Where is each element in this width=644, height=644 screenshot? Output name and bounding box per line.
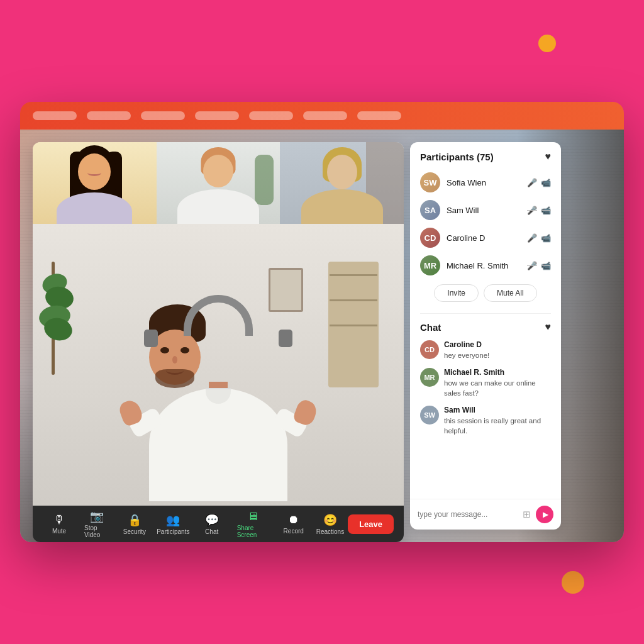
toolbar-stop-video[interactable]: 📷 Stop Video [78,506,116,542]
cam-icon-sam: 📹 [541,206,551,215]
mute-all-button[interactable]: Mute All [484,284,537,302]
stop-video-label: Stop Video [84,525,109,538]
chat-text-sam: this session is really great and helpful… [444,416,551,436]
chat-content-sam: Sam Will this session is really great an… [444,406,551,436]
chat-avatar-michael: MR [420,368,439,387]
participant-action-buttons: Invite Mute All [420,284,551,302]
decoration-circle-bottom [562,571,584,594]
participant-row-sam: SA Sam Will 🎤 📹 [420,196,551,224]
app-window: 🎙 Mute 📷 Stop Video 🔒 Security 👥 [20,102,624,542]
decoration-circle-top [538,35,556,52]
participants-section: Participants (75) ♥ SW Sofia Wien 🎤 📹 [410,142,561,313]
toolbar-security[interactable]: 🔒 Security [118,509,151,539]
mic-icon-caroline: 🎤 [527,233,537,243]
titlebar-pill-4 [195,111,239,120]
main-content: 🎙 Mute 📷 Stop Video 🔒 Security 👥 [20,130,624,542]
participant-icons-sam: 🎤 📹 [527,206,551,215]
chat-header: Chat ♥ [410,314,561,338]
toolbar-chat[interactable]: 💬 Chat [196,509,228,539]
invite-button[interactable]: Invite [434,284,479,302]
thumbnail-2 [157,142,280,224]
chat-sender-caroline: Caroline D [444,340,489,349]
thumbnail-1 [33,142,157,224]
cam-icon-caroline: 📹 [541,233,551,243]
participant-row-caroline: CD Caroline D 🎤 📹 [420,224,551,252]
participants-dropdown-icon[interactable]: ♥ [545,151,552,162]
video-area: 🎙 Mute 📷 Stop Video 🔒 Security 👥 [20,130,624,542]
mic-icon-sam: 🎤 [527,206,537,215]
title-bar [20,102,624,130]
share-screen-label: Share Screen [237,525,269,538]
toolbar: 🎙 Mute 📷 Stop Video 🔒 Security 👥 [33,506,404,542]
titlebar-pill-2 [87,111,131,120]
participant-row-michael: MR Michael R. Smith 🎤 📹 [420,252,551,279]
chat-messages: CD Caroline D hey everyone! MR Michael R… [410,338,561,499]
chat-message-caroline: CD Caroline D hey everyone! [420,340,551,360]
send-icon: ▶ [543,510,548,519]
chat-input-area: ⊞ ▶ [410,499,561,530]
chat-sender-michael: Michael R. Smith [444,368,551,377]
thumbnail-3 [280,142,404,224]
sidebar: Participants (75) ♥ SW Sofia Wien 🎤 📹 [410,142,561,530]
video-panel: 🎙 Mute 📷 Stop Video 🔒 Security 👥 [33,142,404,542]
toolbar-reactions[interactable]: 😊 Reactions [313,509,348,539]
cam-icon-sofia: 📹 [541,178,551,187]
participants-icon: 👥 [166,513,180,527]
participant-name-sofia: Sofia Wien [447,178,521,187]
reactions-label: Reactions [316,528,344,535]
mute-icon: 🎙 [53,513,65,526]
attachment-icon[interactable]: ⊞ [523,509,531,520]
avatar-sam: SA [420,200,440,220]
toolbar-share-screen[interactable]: 🖥 Share Screen [231,506,275,542]
avatar-michael: MR [420,255,440,275]
chat-input[interactable] [418,510,518,519]
cam-icon-michael: 📹 [541,261,551,270]
toolbar-participants[interactable]: 👥 Participants [153,509,193,539]
chat-title: Chat [420,322,441,333]
titlebar-pill-1 [33,111,77,120]
titlebar-pill-6 [303,111,347,120]
participant-icons-caroline: 🎤 📹 [527,233,551,243]
reactions-icon: 😊 [323,513,337,527]
chat-dropdown-icon[interactable]: ♥ [545,321,552,333]
participant-row-sofia: SW Sofia Wien 🎤 📹 [420,169,551,196]
security-label: Security [123,528,146,535]
chat-avatar-sam: SW [420,406,439,425]
avatar-sofia: SW [420,172,440,192]
chat-avatar-caroline: CD [420,340,439,359]
toolbar-mute[interactable]: 🎙 Mute [43,509,75,538]
toolbar-record[interactable]: ⏺ Record [277,509,310,538]
participant-icons-michael: 🎤 📹 [527,261,551,270]
participants-title: Participants (75) [420,152,494,162]
mic-icon-sofia: 🎤 [527,178,537,187]
chat-label: Chat [205,528,218,535]
participant-name-sam: Sam Will [447,206,521,215]
avatar-caroline: CD [420,228,440,248]
participants-header: Participants (75) ♥ [420,151,551,162]
video-icon: 📷 [90,509,104,523]
leave-button[interactable]: Leave [348,514,394,534]
chat-text-caroline: hey everyone! [444,350,489,360]
security-icon: 🔒 [128,513,142,527]
chat-sender-sam: Sam Will [444,406,551,414]
participants-label: Participants [157,528,189,535]
chat-text-michael: how we can make our online sales fast? [444,378,551,398]
participant-icons-sofia: 🎤 📹 [527,178,551,187]
main-video [33,224,404,506]
titlebar-pill-3 [141,111,185,120]
thumbnail-row [33,142,404,224]
record-icon: ⏺ [288,513,299,526]
chat-icon: 💬 [205,513,219,527]
mute-label: Mute [52,528,66,535]
titlebar-pill-5 [249,111,293,120]
toolbar-items: 🎙 Mute 📷 Stop Video 🔒 Security 👥 [43,506,348,542]
participant-name-caroline: Caroline D [447,233,521,243]
titlebar-pill-7 [357,111,401,120]
participant-name-michael: Michael R. Smith [447,261,521,270]
chat-content-michael: Michael R. Smith how we can make our onl… [444,368,551,398]
chat-content-caroline: Caroline D hey everyone! [444,340,489,360]
speaker-bg [33,224,404,506]
chat-message-sam: SW Sam Will this session is really great… [420,406,551,436]
chat-message-michael: MR Michael R. Smith how we can make our … [420,368,551,398]
send-button[interactable]: ▶ [536,506,553,523]
